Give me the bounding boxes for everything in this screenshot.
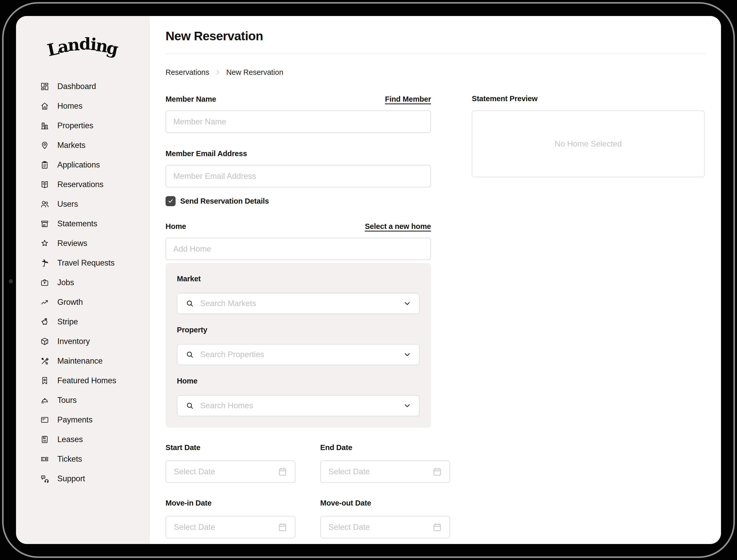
breadcrumb-reservations[interactable]: Reservations <box>165 68 209 77</box>
statement-preview: Statement Preview No Home Selected <box>472 91 705 177</box>
move-out-date-label: Move-out Date <box>320 499 450 508</box>
end-date-field[interactable] <box>320 460 450 483</box>
sidebar-item-markets[interactable]: Markets <box>16 135 149 155</box>
main-content: New Reservation Reservations New Reserva… <box>149 16 721 544</box>
open-book-icon <box>40 180 49 189</box>
sidebar-item-leases[interactable]: Leases <box>16 430 149 449</box>
map-pin-icon <box>40 141 49 150</box>
app-screen: Landing Dashboard Homes Properties Marke… <box>16 16 721 544</box>
sidebar-item-maintenance[interactable]: Maintenance <box>16 351 149 371</box>
sidebar-item-featured-homes[interactable]: Featured Homes <box>16 371 149 390</box>
house-icon <box>40 101 49 111</box>
end-date-input[interactable] <box>328 467 432 477</box>
home-selector-panel: Market Property Home <box>165 263 431 428</box>
sidebar-item-inventory[interactable]: Inventory <box>16 332 149 351</box>
statement-preview-box: No Home Selected <box>472 110 705 177</box>
reservation-form: Member Name Find Member Member Email Add… <box>165 91 431 538</box>
sidebar-nav: Dashboard Homes Properties Markets Appli… <box>16 77 149 489</box>
end-date-label: End Date <box>320 443 450 453</box>
select-new-home-link[interactable]: Select a new home <box>365 222 431 231</box>
move-out-date-field[interactable] <box>320 516 450 538</box>
member-name-label: Member Name <box>165 95 216 103</box>
sidebar-item-applications[interactable]: Applications <box>16 155 149 175</box>
sidebar-item-tickets[interactable]: Tickets <box>16 449 149 469</box>
sidebar-item-tours[interactable]: Tours <box>16 390 149 410</box>
property-label: Property <box>177 326 420 335</box>
users-icon <box>40 199 49 209</box>
sidebar-item-users[interactable]: Users <box>16 194 149 214</box>
market-search[interactable] <box>177 293 420 314</box>
sidebar-item-properties[interactable]: Properties <box>16 116 149 135</box>
start-date-input[interactable] <box>173 467 277 477</box>
sidebar-item-travel-requests[interactable]: Travel Requests <box>16 253 149 273</box>
logo[interactable]: Landing <box>16 36 149 55</box>
page-title: New Reservation <box>165 29 263 43</box>
sidebar-item-dashboard[interactable]: Dashboard <box>16 77 149 96</box>
calendar-icon[interactable] <box>277 467 288 477</box>
home-search[interactable] <box>177 395 420 416</box>
trend-up-icon <box>40 298 49 307</box>
dashboard-grid-icon <box>40 82 49 91</box>
lease-document-icon <box>40 435 49 444</box>
market-search-input[interactable] <box>200 299 403 308</box>
header-divider <box>165 53 705 54</box>
bookmark-star-icon <box>40 376 49 385</box>
ticket-icon <box>40 454 49 464</box>
star-icon <box>40 239 49 248</box>
camera-dot <box>9 279 13 283</box>
move-in-date-label: Move-in Date <box>165 499 295 508</box>
palm-tree-icon <box>40 258 49 268</box>
sidebar-item-growth[interactable]: Growth <box>16 292 149 312</box>
breadcrumb-current: New Reservation <box>226 68 283 77</box>
chevron-down-icon[interactable] <box>403 299 412 308</box>
property-search[interactable] <box>177 344 420 365</box>
move-out-date-input[interactable] <box>328 522 432 532</box>
search-icon <box>186 402 194 410</box>
sidebar: Landing Dashboard Homes Properties Marke… <box>16 16 149 544</box>
home-search-input[interactable] <box>200 401 403 411</box>
member-name-input[interactable] <box>165 110 431 133</box>
search-icon <box>186 350 194 359</box>
member-email-label: Member Email Address <box>165 149 247 158</box>
send-details-row: Send Reservation Details <box>165 196 431 206</box>
sidebar-item-reviews[interactable]: Reviews <box>16 234 149 253</box>
statement-preview-label: Statement Preview <box>472 94 705 104</box>
sidebar-item-jobs[interactable]: Jobs <box>16 273 149 292</box>
sidebar-item-stripe[interactable]: Stripe <box>16 312 149 332</box>
sidebar-item-support[interactable]: Support <box>16 469 149 489</box>
buildings-icon <box>40 121 49 130</box>
market-label: Market <box>177 275 420 284</box>
send-details-checkbox[interactable] <box>165 196 176 206</box>
chevron-down-icon[interactable] <box>403 402 412 410</box>
calendar-icon[interactable] <box>432 467 442 477</box>
start-date-label: Start Date <box>165 443 295 453</box>
box-icon <box>40 337 49 346</box>
send-details-label: Send Reservation Details <box>180 197 269 205</box>
cloche-icon <box>40 396 49 405</box>
find-member-link[interactable]: Find Member <box>385 95 431 103</box>
clipboard-icon <box>40 160 49 170</box>
start-date-field[interactable] <box>165 460 295 483</box>
sidebar-item-homes[interactable]: Homes <box>16 96 149 116</box>
sidebar-item-statements[interactable]: Statements <box>16 214 149 234</box>
calendar-icon[interactable] <box>432 522 442 532</box>
search-icon <box>186 299 194 308</box>
property-search-input[interactable] <box>200 350 403 359</box>
no-home-selected-text: No Home Selected <box>555 139 622 149</box>
home-search-label: Home <box>177 377 420 386</box>
tools-icon <box>40 356 49 366</box>
chevron-down-icon[interactable] <box>403 350 412 359</box>
piggy-bank-icon <box>40 317 49 326</box>
sidebar-item-reservations[interactable]: Reservations <box>16 175 149 194</box>
chevron-right-icon <box>214 69 221 76</box>
calendar-icon[interactable] <box>277 522 288 532</box>
breadcrumb: Reservations New Reservation <box>165 67 283 78</box>
move-in-date-field[interactable] <box>165 516 295 538</box>
storefront-icon <box>40 219 49 228</box>
add-home-input[interactable] <box>165 238 431 260</box>
support-headset-icon <box>40 474 49 483</box>
member-email-input[interactable] <box>165 165 431 187</box>
sidebar-item-payments[interactable]: Payments <box>16 410 149 430</box>
move-in-date-input[interactable] <box>173 522 277 532</box>
home-label: Home <box>165 222 186 231</box>
